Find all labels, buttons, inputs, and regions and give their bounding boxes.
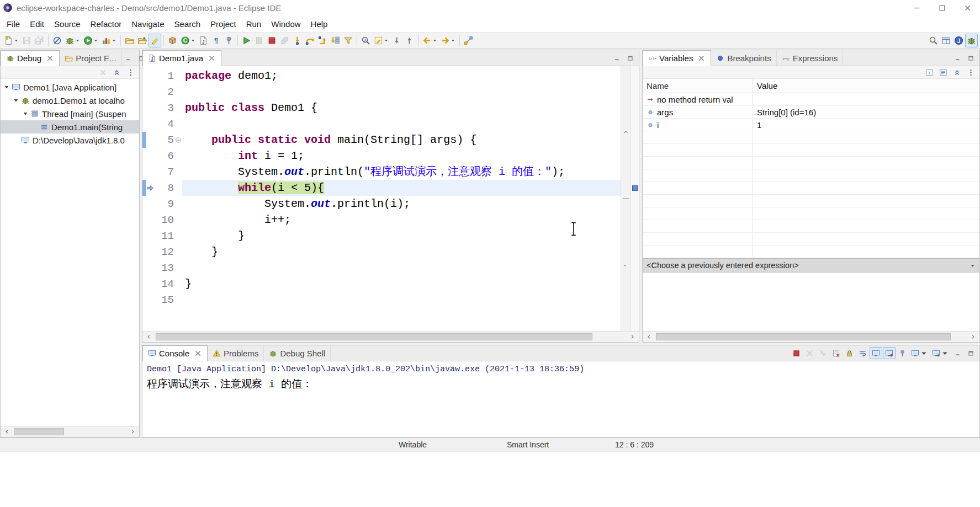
debug-button[interactable]	[63, 34, 82, 47]
new-package-button[interactable]	[166, 34, 179, 47]
minimize-view-button[interactable]	[951, 347, 964, 359]
maximize-view-button[interactable]	[965, 52, 977, 64]
code-text[interactable]: while(i < 5){	[182, 180, 621, 196]
tab-variables[interactable]: (x)=Variables	[643, 50, 711, 66]
pin-console-button[interactable]	[896, 347, 909, 359]
expander-icon[interactable]	[12, 97, 20, 104]
create-javadoc-button[interactable]: J	[197, 34, 210, 47]
tab-close-icon[interactable]	[208, 54, 216, 62]
variable-row[interactable]: i1	[643, 119, 979, 131]
variable-row[interactable]: no method return val	[643, 93, 979, 106]
suspend-button[interactable]	[253, 34, 266, 47]
tab-breakpoints[interactable]: Breakpoints	[711, 50, 776, 66]
java-search-button[interactable]: J	[359, 34, 372, 47]
menu-file[interactable]: File	[2, 17, 25, 31]
line-number[interactable]: 14	[156, 278, 174, 290]
pin-editor-button[interactable]	[223, 34, 235, 47]
overview-ruler[interactable]	[631, 66, 639, 331]
save-button[interactable]	[20, 34, 33, 47]
tab-close-icon[interactable]	[46, 54, 54, 62]
scroll-right-button[interactable]	[126, 426, 139, 437]
display-selected-console-button[interactable]	[909, 347, 930, 359]
remove-terminated-button[interactable]	[97, 67, 109, 78]
open-perspective-button[interactable]	[940, 34, 952, 47]
scrollbar-thumb[interactable]	[623, 198, 629, 199]
show-type-names-button[interactable]: T	[923, 67, 936, 78]
line-number[interactable]: 11	[156, 230, 174, 242]
skip-all-breakpoints-button[interactable]	[51, 34, 63, 47]
tab-debug[interactable]: Debug	[1, 50, 60, 66]
mark-occurrences-button[interactable]	[149, 34, 161, 47]
debug-tree-item[interactable]: Demo1 [Java Application]	[1, 81, 139, 94]
drop-to-frame-button[interactable]	[329, 34, 342, 47]
menu-search[interactable]: Search	[169, 17, 205, 31]
code-text[interactable]: }	[182, 244, 621, 260]
code-text[interactable]: public static void main(String[] args) {	[182, 132, 621, 148]
terminate-console-button[interactable]	[790, 347, 803, 359]
debug-perspective-button[interactable]	[965, 34, 978, 47]
show-logical-structure-button[interactable]	[937, 67, 950, 78]
step-return-button[interactable]	[316, 34, 329, 47]
scrollbar-thumb[interactable]	[656, 333, 951, 340]
tab-problems[interactable]: Problems	[208, 345, 264, 361]
scrollbar-thumb[interactable]	[14, 428, 64, 435]
word-wrap-button[interactable]	[856, 347, 869, 359]
menu-window[interactable]: Window	[266, 17, 305, 31]
show-whitespace-button[interactable]: ¶	[210, 34, 223, 47]
window-maximize-button[interactable]	[929, 0, 955, 15]
run-button[interactable]	[82, 34, 100, 47]
line-number[interactable]: 6	[156, 150, 174, 162]
scroll-left-button[interactable]	[142, 332, 155, 342]
maximize-view-button[interactable]	[624, 52, 637, 64]
tab-close-icon[interactable]	[194, 349, 202, 357]
line-number[interactable]: 15	[156, 294, 174, 306]
java-perspective-button[interactable]: J	[952, 34, 965, 47]
scrollbar-track[interactable]	[13, 426, 126, 437]
new-wizard-button[interactable]	[2, 34, 20, 47]
line-number[interactable]: 13	[156, 262, 174, 274]
menu-refactor[interactable]: Refactor	[86, 17, 127, 31]
next-annotation-button[interactable]	[390, 34, 403, 47]
menu-source[interactable]: Source	[49, 17, 86, 31]
scroll-left-button[interactable]	[1, 426, 13, 437]
menu-run[interactable]: Run	[241, 17, 267, 31]
collapse-all-button[interactable]	[110, 67, 123, 78]
view-menu-button[interactable]	[965, 67, 977, 78]
code-editor[interactable]: 1package demo1;23public class Demo1 {45 …	[142, 66, 621, 331]
tab-demo1-java[interactable]: JDemo1.java	[142, 50, 221, 66]
scrollbar-track[interactable]	[155, 332, 626, 342]
forward-button[interactable]	[439, 34, 457, 47]
open-folder-button[interactable]	[136, 34, 149, 47]
minimize-view-button[interactable]	[122, 52, 135, 64]
fold-minus-icon[interactable]	[175, 137, 182, 143]
maximize-view-button[interactable]	[965, 347, 977, 359]
menu-navigate[interactable]: Navigate	[126, 17, 169, 31]
column-header-value[interactable]: Value	[753, 81, 979, 90]
tab-debug-shell[interactable]: Debug Shell	[264, 345, 331, 361]
editor-vertical-scrollbar[interactable]	[621, 66, 631, 331]
prev-annotation-button[interactable]	[403, 34, 416, 47]
line-number[interactable]: 8	[156, 182, 174, 194]
coverage-button[interactable]	[100, 34, 118, 47]
new-folder-button[interactable]	[123, 34, 136, 47]
debug-tree-item[interactable]: Demo1.main(String	[1, 120, 139, 134]
debug-tree-item[interactable]: demo1.Demo1 at localho	[1, 94, 139, 107]
code-text[interactable]: }	[182, 228, 621, 244]
variable-detail-pane[interactable]	[643, 273, 979, 331]
tab-project-e[interactable]: Project E...	[60, 50, 121, 66]
debug-horizontal-scrollbar[interactable]	[1, 426, 139, 437]
remove-launch-button[interactable]	[803, 347, 816, 359]
code-text[interactable]: public class Demo1 {	[182, 100, 621, 116]
code-text[interactable]: i++;	[182, 212, 621, 228]
scroll-lock-button[interactable]	[843, 347, 856, 359]
expander-icon[interactable]	[3, 84, 10, 90]
disconnect-button[interactable]	[278, 34, 291, 47]
use-step-filters-button[interactable]	[342, 34, 354, 47]
line-number[interactable]: 2	[156, 86, 174, 98]
expression-chooser[interactable]: <Choose a previously entered expression>	[643, 258, 979, 273]
annotations-button[interactable]	[372, 34, 390, 47]
code-text[interactable]: System.out.println(i);	[182, 196, 621, 212]
expander-icon[interactable]	[22, 110, 29, 117]
editor-horizontal-scrollbar[interactable]	[142, 331, 639, 342]
line-number[interactable]: 3	[156, 102, 174, 114]
